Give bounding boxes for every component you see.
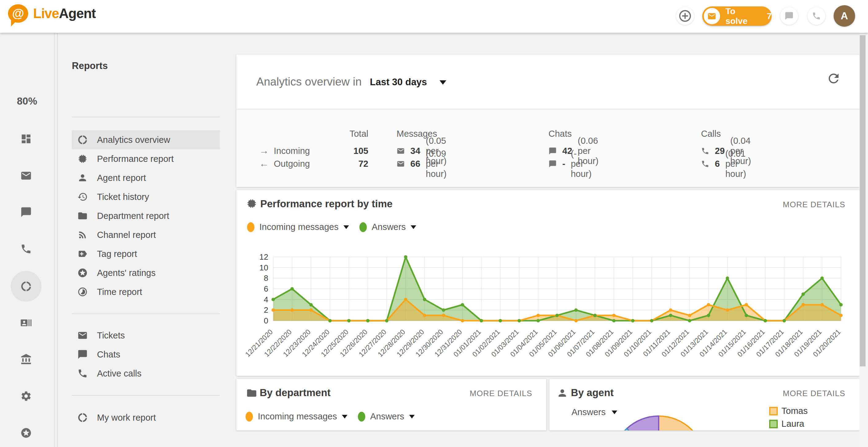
sidebar-item-tickets[interactable]: Tickets (72, 326, 220, 345)
by-department-card: By department MORE DETAILS Incoming mess… (236, 379, 546, 431)
chat-icon (784, 11, 794, 21)
messages-value: 66 (410, 159, 420, 169)
envelope-icon (397, 160, 405, 168)
sidebar-item-ticket-history[interactable]: Ticket history (72, 187, 220, 206)
chat-icon (78, 349, 88, 359)
svg-text:2: 2 (264, 305, 268, 315)
icon-rail: 80% (0, 33, 54, 447)
by-agent-card: By agent MORE DETAILS Answers Tomas Laur… (549, 379, 859, 431)
reports-donut-icon[interactable] (20, 280, 32, 292)
sidebar-item-active-calls[interactable]: Active calls (72, 364, 220, 383)
sidebar-item-label: Agent report (97, 173, 146, 183)
arrow-left-icon: ← (259, 158, 269, 169)
legend-label: Answers (370, 411, 404, 421)
svg-text:4: 4 (264, 295, 268, 304)
chat-icon[interactable] (20, 206, 32, 218)
sidebar-item-department-report[interactable]: Department report (72, 206, 220, 225)
sidebar-item-chats[interactable]: Chats (72, 345, 220, 364)
divider (72, 117, 220, 117)
card-title: Performance report by time (260, 198, 393, 210)
date-range-select[interactable]: Last 30 days (370, 77, 427, 88)
legend-series-dropdown[interactable]: Answers (358, 411, 425, 421)
logo-speech-bubble-icon: @ (8, 4, 28, 23)
chats-rate: (- per hour) (571, 149, 592, 179)
calls-value: 29 (715, 146, 725, 156)
phone-icon (701, 160, 709, 168)
person-icon (557, 387, 568, 399)
answers-filter-dropdown[interactable]: Answers (571, 407, 617, 417)
legend-series-dropdown[interactable]: Incoming messages (247, 222, 360, 232)
svg-text:12: 12 (259, 252, 268, 262)
to-solve-button[interactable]: To solve 7 (702, 6, 772, 26)
phone-icon (812, 11, 821, 21)
stats-row-messages: 66 (0.09 per hour) (397, 158, 446, 169)
vertical-scrollbar-track[interactable] (859, 33, 868, 447)
sidebar-item-label: Channel report (97, 230, 156, 240)
total-value: 72 (313, 159, 368, 169)
sidebar-item-channel-report[interactable]: Channel report (72, 225, 220, 244)
sidebar-item-agent-report[interactable]: Agent report (72, 168, 220, 187)
sidebar-item-analytics-overview[interactable]: Analytics overview (72, 130, 220, 149)
mail-icon[interactable] (20, 170, 32, 181)
person-icon (78, 173, 88, 183)
page-title: Analytics overview in (256, 75, 362, 88)
legend-label: Answers (372, 222, 406, 232)
to-solve-count: 7 (767, 11, 772, 21)
total-value: 105 (313, 146, 368, 156)
donut-icon (78, 412, 88, 423)
dashboard-icon[interactable] (20, 133, 32, 145)
vertical-scrollbar-thumb[interactable] (860, 35, 866, 366)
sidebar-item-label: Active calls (97, 369, 142, 379)
settings-gear-icon[interactable] (20, 390, 32, 402)
chats-topbar-button[interactable] (780, 7, 798, 25)
legend-series-dropdown[interactable]: Incoming messages (246, 411, 358, 421)
chevron-down-icon (342, 415, 347, 418)
folder-icon (78, 211, 88, 221)
rss-icon (78, 230, 88, 240)
contacts-icon[interactable] (20, 317, 32, 329)
tag-icon (78, 249, 88, 259)
starcircle-icon (78, 268, 88, 278)
sidebar-item-label: Tag report (97, 249, 137, 259)
user-avatar[interactable]: A (834, 5, 855, 27)
pie-legend-item: Tomas (769, 406, 808, 416)
envelope-badge-icon (704, 8, 720, 24)
calls-value: 6 (715, 159, 720, 169)
more-details-link[interactable]: MORE DETAILS (470, 389, 532, 398)
add-new-button[interactable] (676, 7, 694, 25)
sidebar-item-label: Analytics overview (97, 135, 170, 145)
legend-label: Incoming messages (258, 411, 337, 421)
svg-text:8: 8 (264, 273, 268, 283)
folder-icon (246, 387, 257, 399)
sidebar-item-my-work-report[interactable]: My work report (72, 408, 220, 427)
memory-chip-icon (246, 198, 257, 209)
memory-icon (78, 153, 88, 164)
stats-row-direction: → Incoming (259, 145, 310, 157)
legend-label: Laura (781, 419, 804, 429)
legend-color-dot (360, 222, 367, 232)
timelapse-icon (78, 287, 88, 297)
sidebar-item-label: Performance report (97, 154, 174, 164)
svg-text:6: 6 (264, 284, 268, 294)
sidebar-item-agents-ratings[interactable]: Agents' ratings (72, 263, 220, 282)
sidebar-item-label: Department report (97, 211, 169, 221)
refresh-button[interactable] (826, 71, 841, 86)
more-details-link[interactable]: MORE DETAILS (783, 389, 845, 398)
phone-icon[interactable] (20, 243, 32, 255)
liveagent-logo[interactable]: @ LiveAgent (8, 4, 96, 23)
legend-series-dropdown[interactable]: Answers (360, 222, 427, 232)
liveagent-dashboard: @ LiveAgent To solve 7 A 80% Reports (0, 0, 868, 447)
chevron-down-icon (409, 415, 415, 418)
sidebar-item-label: Agents' ratings (97, 268, 156, 278)
chevron-down-icon (439, 80, 446, 84)
calls-topbar-button[interactable] (808, 7, 825, 25)
messages-value: 34 (410, 146, 420, 156)
logo-wordmark: LiveAgent (33, 6, 96, 21)
star-circle-icon[interactable] (20, 427, 32, 439)
academy-bank-icon[interactable] (20, 353, 32, 365)
sidebar-item-performance-report[interactable]: Performance report (72, 149, 220, 168)
sidebar-item-tag-report[interactable]: Tag report (72, 244, 220, 263)
chevron-down-icon (343, 225, 349, 229)
more-details-link[interactable]: MORE DETAILS (783, 200, 845, 209)
sidebar-item-time-report[interactable]: Time report (72, 282, 220, 301)
